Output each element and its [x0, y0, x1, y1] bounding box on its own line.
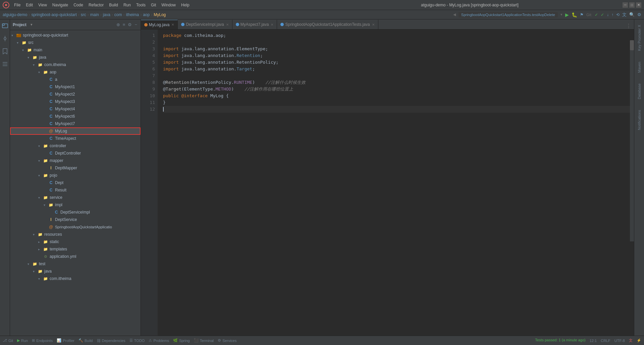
tree-item-mylog[interactable]: ▸ @ MyLog — [10, 127, 141, 135]
tree-item-a[interactable]: ▸ C a — [10, 76, 141, 83]
panel-settings-button[interactable]: ⚙ — [127, 21, 132, 28]
tree-item-root[interactable]: ▾ springboot-aop-quickstart — [10, 32, 141, 39]
tab-deptserviceimpl[interactable]: DeptServiceImpl.java ✕ — [178, 20, 232, 29]
tab-more-button[interactable]: ⋮ — [623, 23, 634, 29]
tree-item-myaspect3[interactable]: ▸ C MyAspect3 — [10, 98, 141, 105]
tree-item-timeaspect[interactable]: ▸ C TimeAspect — [10, 135, 141, 142]
right-panel-key-promoter[interactable]: Key Promoter X — [636, 22, 643, 54]
tree-item-deptmapper[interactable]: ▸ I DeptMapper — [10, 164, 141, 172]
tree-item-testjava[interactable]: ▾ 📁 java — [10, 268, 141, 275]
panel-locate-button[interactable]: ⊕ — [116, 21, 121, 28]
menu-navigate[interactable]: Navigate — [50, 1, 71, 9]
tree-item-myaspect2[interactable]: ▸ C MyAspect2 — [10, 91, 141, 98]
breadcrumb-main[interactable]: main — [90, 12, 99, 17]
tree-item-testcom[interactable]: ▾ 📁 com.itheima — [10, 275, 141, 282]
maximize-button[interactable]: □ — [629, 2, 635, 8]
status-git[interactable]: ⎇ Git — [3, 338, 13, 343]
menu-run[interactable]: Run — [121, 1, 133, 9]
right-panel-maven[interactable]: Maven — [636, 59, 643, 75]
menu-edit[interactable]: Edit — [23, 1, 36, 9]
structure-icon[interactable] — [1, 60, 9, 68]
breadcrumb-module[interactable]: springboot-aop-quickstart — [31, 12, 76, 17]
status-endpoints[interactable]: ⊞ Endpoints — [32, 338, 53, 343]
breadcrumb-itheima[interactable]: itheima — [126, 12, 139, 17]
coverage-button[interactable]: ⚑ — [580, 12, 584, 17]
bookmark-icon[interactable] — [1, 48, 9, 55]
tree-item-mapper[interactable]: ▾ 📁 mapper — [10, 157, 141, 164]
tree-item-impl[interactable]: ▾ 📁 impl — [10, 201, 141, 209]
menu-build[interactable]: Build — [106, 1, 121, 9]
tree-item-test[interactable]: ▾ 📁 test — [10, 260, 141, 268]
right-panel-notifications[interactable]: Notifications — [636, 107, 643, 133]
tree-item-applicationyml[interactable]: ▸ ⚙ application.yml — [10, 253, 141, 260]
menu-refactor[interactable]: Refactor — [86, 1, 106, 9]
status-services[interactable]: ⚙ Services — [218, 338, 236, 343]
debug-button[interactable]: 🐛 — [572, 12, 577, 17]
tree-item-myaspect1[interactable]: ▸ C MyAspect1 — [10, 83, 141, 91]
tab-close-myaspect7[interactable]: ✕ — [271, 23, 273, 26]
tree-item-controller[interactable]: ▾ 📁 controller — [10, 142, 141, 150]
translate-icon[interactable]: 文 — [622, 12, 627, 18]
git-update-button[interactable]: ↓ — [607, 12, 609, 17]
tree-item-myaspect7[interactable]: ▸ C MyAspect7 — [10, 120, 141, 127]
status-dependencies[interactable]: ⛓ Dependencies — [97, 339, 125, 343]
status-profiler[interactable]: 📊 Profiler — [57, 338, 74, 343]
tree-item-service[interactable]: ▾ 📁 service — [10, 194, 141, 201]
tab-close-deptserviceimpl[interactable]: ✕ — [226, 23, 229, 26]
breadcrumb-aop[interactable]: aop — [143, 12, 150, 17]
tab-myaspect7[interactable]: MyAspect7.java ✕ — [232, 20, 277, 29]
tree-item-com[interactable]: ▾ 📁 com.itheima — [10, 61, 141, 68]
tree-item-springbootapp[interactable]: ▸ @ SpringbootAopQuickstartApplicatio — [10, 223, 141, 231]
breadcrumb-com[interactable]: com — [114, 12, 122, 17]
menu-code[interactable]: Code — [71, 1, 86, 9]
tab-close-springboottest[interactable]: ✕ — [372, 23, 375, 26]
tab-springboottest[interactable]: SpringbootAopQuickstart1ApplicationTests… — [277, 20, 378, 29]
status-line-ending[interactable]: CRLF — [601, 338, 610, 343]
project-icon[interactable] — [1, 22, 9, 30]
status-lang-icon[interactable]: 文 — [629, 338, 633, 343]
tab-mylog[interactable]: MyLog.java ✕ — [141, 20, 178, 29]
tree-item-deptservice[interactable]: ▸ I DeptService — [10, 216, 141, 223]
tree-item-main[interactable]: ▾ 📁 main — [10, 46, 141, 54]
tree-item-src[interactable]: ▾ 📁 src — [10, 39, 141, 46]
status-problems[interactable]: ⚠ Problems — [149, 338, 169, 343]
panel-close-button[interactable]: − — [134, 21, 138, 28]
status-spring[interactable]: 🌿 Spring — [173, 338, 190, 343]
breadcrumb-java[interactable]: java — [103, 12, 110, 17]
tree-item-templates[interactable]: ▸ 📁 templates — [10, 245, 141, 253]
status-extra-icons[interactable]: ⚡ — [637, 338, 641, 343]
tree-item-resources[interactable]: ▾ 📁 resources — [10, 231, 141, 238]
search-icon[interactable]: 🔍 — [629, 12, 635, 17]
code-editor[interactable]: package com.itheima.aop; import java.lan… — [158, 30, 634, 336]
status-terminal[interactable]: ⬛ Terminal — [194, 338, 214, 343]
status-encoding[interactable]: UTF-8 — [614, 338, 625, 343]
panel-dropdown[interactable]: ▾ — [31, 22, 33, 27]
scrollbar-thumb[interactable] — [630, 40, 634, 50]
status-build[interactable]: 🔨 Build — [78, 338, 93, 343]
status-position[interactable]: 12:1 — [590, 338, 597, 343]
tree-item-static[interactable]: ▸ 📁 static — [10, 238, 141, 245]
panel-collapse-button[interactable]: ≡ — [122, 21, 126, 28]
git-push-button[interactable]: ↑ — [611, 12, 613, 17]
close-button[interactable]: ✕ — [636, 2, 641, 8]
tree-item-myaspect6[interactable]: ▸ C MyAspect6 — [10, 113, 141, 120]
minimize-button[interactable]: ─ — [623, 2, 628, 8]
editor-scrollbar[interactable] — [630, 40, 634, 241]
menu-file[interactable]: File — [11, 1, 23, 9]
settings-icon[interactable]: ⚙ — [637, 12, 641, 17]
tree-item-result[interactable]: ▸ C Result — [10, 186, 141, 194]
tree-item-java[interactable]: ▾ 📁 java — [10, 54, 141, 61]
menu-help[interactable]: Help — [178, 1, 192, 9]
run-config-selector[interactable]: SpringbootAopQuickstart1ApplicationTests… — [459, 12, 558, 17]
tree-item-deptcontroller[interactable]: ▸ C DeptController — [10, 150, 141, 157]
run-button[interactable]: ▶ — [565, 12, 569, 17]
tab-close-mylog[interactable]: ✕ — [171, 23, 174, 26]
tree-item-aop[interactable]: ▾ 📁 aop — [10, 68, 141, 76]
menu-view[interactable]: View — [36, 1, 50, 9]
commit-icon[interactable] — [1, 35, 9, 42]
menu-window[interactable]: Window — [159, 1, 178, 9]
status-todo[interactable]: ☰ TODO — [129, 338, 145, 343]
menu-git[interactable]: Git — [148, 1, 159, 9]
tree-item-deptserviceimpl[interactable]: ▸ C DeptServiceImpl — [10, 209, 141, 216]
tree-item-dept[interactable]: ▸ C Dept — [10, 179, 141, 186]
